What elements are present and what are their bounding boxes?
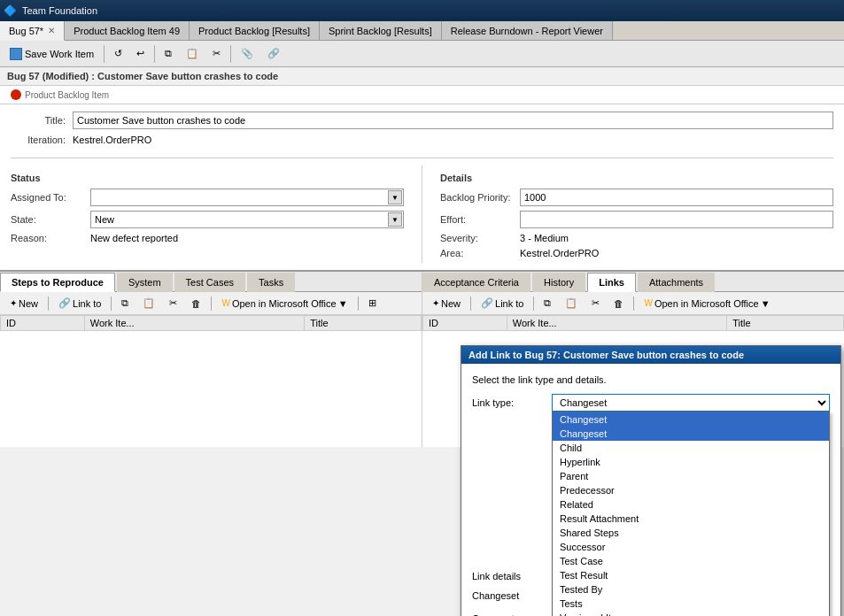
- tab-links[interactable]: Links: [587, 273, 636, 292]
- plus-icon: ✦: [432, 298, 439, 308]
- left-new-button[interactable]: ✦ New: [4, 295, 44, 312]
- separator: [48, 296, 49, 311]
- cut-row-icon: ✂: [592, 297, 600, 309]
- left-paste-row-button[interactable]: 📋: [136, 295, 161, 312]
- title-label: Title:: [11, 115, 73, 126]
- link-button[interactable]: 🔗: [261, 43, 286, 65]
- iteration-value: Kestrel.OrderPRO: [73, 135, 833, 145]
- title-bar: 🔷 Team Foundation: [0, 0, 844, 21]
- tab-steps-to-reproduce[interactable]: Steps to Reproduce: [0, 273, 115, 292]
- details-title: Details: [440, 173, 833, 183]
- title-input[interactable]: [73, 112, 833, 129]
- left-open-ms-office-button[interactable]: W Open in Microsoft Office ▼: [215, 295, 353, 312]
- tab-pbi49[interactable]: Product Backlog Item 49: [65, 21, 190, 40]
- open-mso-label: Open in Microsoft Office: [232, 298, 337, 309]
- dialog-subtitle: Select the link type and details.: [472, 374, 830, 385]
- link-icon: 🔗: [58, 297, 71, 309]
- new-label: New: [441, 298, 461, 309]
- severity-row: Severity: 3 - Medium: [440, 233, 833, 243]
- cut-row-icon: ✂: [169, 297, 177, 309]
- dropdown-item-child[interactable]: Child: [553, 441, 829, 447]
- effort-value: [520, 211, 833, 228]
- reason-value: New defect reported: [90, 233, 404, 243]
- status-section: Status Assigned To: ▼ State:: [11, 166, 404, 263]
- title-value: [73, 112, 833, 129]
- tab-bug57[interactable]: Bug 57* ✕: [0, 21, 65, 41]
- link-to-label: Link to: [73, 298, 101, 309]
- effort-label: Effort:: [440, 214, 520, 225]
- tab-test-cases[interactable]: Test Cases: [174, 273, 245, 292]
- tab-label: Bug 57*: [9, 26, 43, 36]
- refresh-button[interactable]: ↺: [108, 43, 128, 65]
- left-delete-row-button[interactable]: 🗑: [185, 295, 207, 312]
- paste-button[interactable]: 📋: [180, 43, 205, 65]
- link-icon: 🔗: [481, 297, 493, 309]
- right-delete-row-button[interactable]: 🗑: [608, 295, 630, 312]
- assigned-to-row: Assigned To: ▼: [11, 189, 404, 206]
- dropdown-arrow-icon: ▼: [761, 298, 770, 309]
- cut-button[interactable]: ✂: [206, 43, 227, 65]
- left-copy-row-button[interactable]: ⧉: [115, 295, 135, 312]
- link-type-value: Changeset Changeset Changeset Child Hype…: [552, 394, 830, 412]
- bottom-left-panel: Steps to Reproduce System Test Cases Tas…: [0, 272, 422, 447]
- title-row: Title:: [11, 112, 833, 129]
- close-icon[interactable]: ✕: [48, 26, 55, 35]
- acceptance-tab-label: Acceptance Criteria: [434, 277, 519, 288]
- severity-text: 3 - Medium: [520, 233, 569, 243]
- tab-release-burndown[interactable]: Release Burndown - Report Viewer: [442, 21, 613, 40]
- right-cut-row-button[interactable]: ✂: [585, 295, 606, 312]
- tab-attachments[interactable]: Attachments: [638, 273, 715, 292]
- left-link-to-button[interactable]: 🔗 Link to: [52, 295, 107, 312]
- copy-icon: ⧉: [165, 48, 172, 59]
- steps-tab-label: Steps to Reproduce: [12, 277, 104, 288]
- undo-icon: ↩: [136, 48, 144, 59]
- attach-icon: 📎: [241, 48, 253, 59]
- paste-icon: 📋: [186, 48, 198, 59]
- state-row: State: New ▼: [11, 211, 404, 228]
- backlog-priority-label: Backlog Priority:: [440, 192, 520, 203]
- dropdown-item-changeset-top[interactable]: Changeset: [553, 412, 829, 427]
- link-type-select[interactable]: Changeset: [552, 394, 830, 412]
- right-new-button[interactable]: ✦ New: [426, 295, 467, 312]
- delete-row-icon: 🗑: [191, 298, 201, 309]
- tab-sb-results[interactable]: Sprint Backlog [Results]: [320, 21, 442, 40]
- separator: [211, 296, 212, 311]
- left-cut-row-button[interactable]: ✂: [163, 295, 183, 312]
- backlog-priority-value: [520, 189, 833, 206]
- area-label: Area:: [440, 248, 520, 258]
- right-copy-row-button[interactable]: ⧉: [538, 295, 557, 312]
- col-workitem-header: Work Ite...: [507, 316, 726, 331]
- tasks-tab-label: Tasks: [259, 277, 283, 288]
- dropdown-item-changeset[interactable]: Changeset: [553, 427, 829, 441]
- app-title: Team Foundation: [22, 5, 97, 16]
- tab-tasks[interactable]: Tasks: [247, 273, 295, 292]
- backlog-priority-input[interactable]: [520, 189, 833, 206]
- dialog-title-text: Add Link to Bug 57: Customer Save button…: [468, 350, 744, 360]
- workitem-header: Product Backlog Item: [0, 86, 844, 104]
- assigned-to-select[interactable]: [90, 189, 404, 206]
- state-select[interactable]: New: [90, 211, 404, 228]
- bug-type-icon: [11, 89, 21, 100]
- area-text: Kestrel.OrderPRO: [520, 248, 599, 258]
- right-link-to-button[interactable]: 🔗 Link to: [475, 295, 530, 312]
- tab-history[interactable]: History: [532, 273, 585, 292]
- separator: [154, 45, 155, 63]
- attach-button[interactable]: 📎: [235, 43, 259, 65]
- effort-input[interactable]: [520, 211, 833, 228]
- copy-button[interactable]: ⧉: [159, 43, 178, 65]
- link-icon: 🔗: [267, 48, 280, 59]
- separator: [633, 296, 634, 311]
- modified-bar: Bug 57 (Modified) : Customer Save button…: [0, 67, 844, 86]
- right-paste-row-button[interactable]: 📋: [559, 295, 584, 312]
- undo-button[interactable]: ↩: [130, 43, 151, 65]
- tab-acceptance-criteria[interactable]: Acceptance Criteria: [422, 273, 530, 292]
- tab-pb-results[interactable]: Product Backlog [Results]: [190, 21, 320, 40]
- right-data-table: ID Work Ite... Title: [422, 315, 844, 331]
- left-extra-button[interactable]: ⊞: [362, 295, 383, 312]
- state-value: New ▼: [90, 211, 404, 228]
- right-open-ms-office-button[interactable]: W Open in Microsoft Office ▼: [638, 295, 776, 312]
- save-work-item-button[interactable]: Save Work Item: [4, 43, 100, 65]
- tab-system[interactable]: System: [117, 273, 173, 292]
- office-icon: W: [644, 298, 652, 308]
- cut-icon: ✂: [213, 48, 221, 59]
